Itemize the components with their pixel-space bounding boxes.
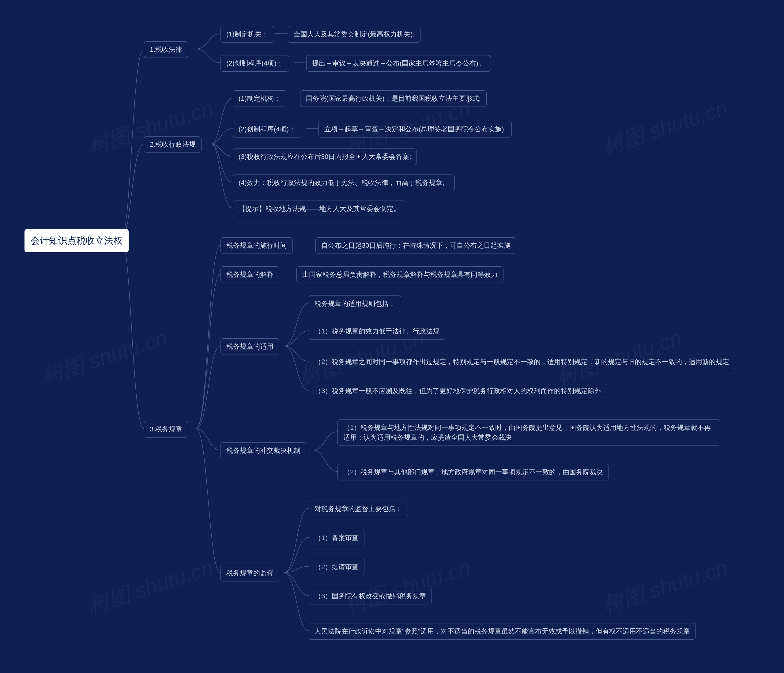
b3-g5-l2: （1）备案审查 bbox=[309, 530, 364, 546]
b2-n2: (2)创制程序(4项)： bbox=[233, 121, 301, 137]
b1-n1a: 全国人大及其常委会制定(最高权力机关); bbox=[288, 26, 420, 43]
b3-g1-label: 税务规章的施行时间 bbox=[221, 237, 293, 254]
root-node: 会计知识点税收立法权 bbox=[25, 229, 129, 252]
b3-g3-l2: （1）税务规章的效力低于法律、行政法规 bbox=[309, 323, 445, 340]
watermark: 树图 shutu.cn bbox=[84, 553, 217, 621]
b2-n1a: 国务院(国家最高行政机关)，是目前我国税收立法主要形式; bbox=[300, 90, 487, 107]
watermark: 树图 shutu.cn bbox=[599, 553, 731, 621]
watermark: 树图 shutu.cn bbox=[599, 94, 731, 162]
b2-n2a: 立项→起草→审查→决定和公布(总理签署国务院令公布实施); bbox=[319, 121, 512, 137]
b2-n3: (3)税收行政法规应在公布后30日内报全国人大常委会备案; bbox=[233, 149, 417, 165]
b3-g5-l3: （2）提请审查 bbox=[309, 559, 364, 575]
b3-g2-label: 税务规章的解释 bbox=[221, 266, 279, 283]
b3-g1-leaf: 自公布之日起30日后施行；在特殊情况下，可自公布之日起实施 bbox=[316, 237, 516, 254]
b3-g5-l1: 对税务规章的监督主要包括： bbox=[309, 500, 408, 517]
b2-n5: 【提示】税收地方法规——地方人大及其常委会制定。 bbox=[233, 201, 406, 217]
b3-g3-label: 税务规章的适用 bbox=[221, 338, 279, 355]
b1-n1: (1)制定机关： bbox=[221, 26, 274, 43]
b3-g4-l1: （1）税务规章与地方性法规对同一事项规定不一致时，由国务院提出意见，国务院认为适… bbox=[338, 420, 720, 446]
b1-n2: (2)创制程序(4项)： bbox=[221, 55, 289, 71]
branch-tax-law: 1.税收法律 bbox=[144, 41, 188, 58]
b3-g5-label: 税务规章的监督 bbox=[221, 565, 279, 581]
b3-g3-l3: （2）税务规章之间对同一事项都作出过规定，特别规定与一般规定不一致的，适用特别规… bbox=[309, 354, 735, 370]
branch-tax-rules: 3.税务规章 bbox=[144, 421, 188, 438]
b1-n2a: 提出→审议→表决通过→公布(国家主席签署主席令公布)。 bbox=[306, 55, 491, 71]
b2-n1: (1)制定机构： bbox=[233, 90, 286, 107]
b3-g4-label: 税务规章的冲突裁决机制 bbox=[221, 443, 306, 459]
b3-g3-l4: （3）税务规章一般不应溯及既往，但为了更好地保护税务行政相对人的权利而作的特别规… bbox=[309, 383, 607, 399]
b3-g2-leaf: 由国家税务总局负责解释，税务规章解释与税务规章具有同等效力 bbox=[296, 266, 504, 283]
b3-g3-l1: 税务规章的适用规则包括： bbox=[309, 295, 401, 312]
b3-g5-l5: 人民法院在行政诉讼中对规章"参照"适用，对不适当的税务规章虽然不能宣布无效或予以… bbox=[309, 623, 696, 640]
b3-g5-l4: （3）国务院有权改变或撤销税务规章 bbox=[309, 588, 432, 605]
branch-admin-regs: 2.税收行政法规 bbox=[144, 136, 202, 153]
b2-n4: (4)效力：税收行政法规的效力低于宪法、税收法律，而高于税务规章。 bbox=[233, 174, 455, 191]
watermark: 树图 shutu.cn bbox=[39, 324, 171, 391]
b3-g4-l2: （2）税务规章与其他部门规章、地方政府规章对同一事项规定不一致的，由国务院裁决 bbox=[338, 464, 609, 480]
